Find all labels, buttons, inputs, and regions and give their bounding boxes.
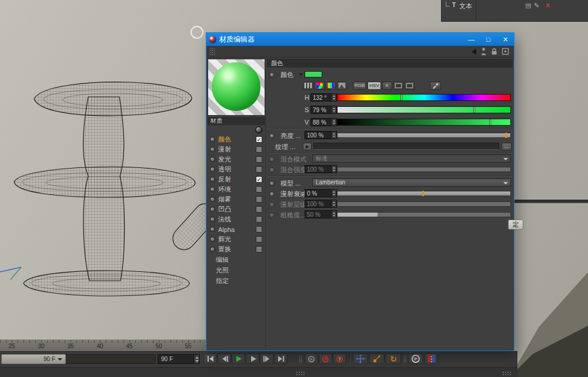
move-tool-button[interactable] <box>353 354 368 364</box>
roughness-field[interactable]: 50 % <box>305 210 337 218</box>
channel-checkbox[interactable] <box>256 156 262 163</box>
channel-checkbox[interactable] <box>256 226 262 233</box>
color-wheel-button[interactable] <box>315 82 325 90</box>
panel-grip[interactable] <box>502 371 511 376</box>
mode-assign[interactable]: 指定 <box>208 275 265 286</box>
channel-checkbox[interactable] <box>256 136 262 143</box>
next-key-button[interactable] <box>260 354 273 364</box>
hsv-mode-button[interactable]: HSV <box>368 82 380 90</box>
texture-path-field[interactable] <box>313 143 499 150</box>
mix-strength-field[interactable]: 100 % <box>305 165 337 173</box>
mode-illumination[interactable]: 光照 <box>208 265 265 275</box>
channel-checkbox[interactable] <box>256 186 262 193</box>
frame-number-field[interactable]: 90 F <box>158 354 200 364</box>
spinner[interactable] <box>331 106 336 113</box>
channel-checkbox[interactable] <box>256 236 262 243</box>
goto-start-button[interactable] <box>203 354 217 364</box>
rgb-mode-button[interactable]: RGB <box>353 82 366 90</box>
brightness-field[interactable]: 100 % <box>305 131 337 139</box>
channel-row-fog[interactable]: 烟雾 <box>208 194 265 204</box>
parent-tool-button[interactable]: P <box>408 354 423 364</box>
spectrum-button[interactable] <box>326 82 336 90</box>
spinner[interactable] <box>331 166 336 173</box>
saturation-field[interactable]: 79 % <box>310 106 337 114</box>
minimize-button[interactable]: — <box>463 33 480 46</box>
slider-handle[interactable] <box>505 133 507 138</box>
spinner[interactable] <box>331 119 336 126</box>
value-bar[interactable] <box>337 119 511 126</box>
channel-checkbox[interactable] <box>256 176 262 183</box>
maximize-button[interactable]: □ <box>480 33 497 46</box>
channel-checkbox[interactable] <box>256 246 262 253</box>
value-marker[interactable] <box>490 119 490 125</box>
diffuse-falloff-field[interactable]: 0 % <box>305 189 337 197</box>
mix-strength-slider[interactable] <box>337 167 511 172</box>
channel-row-luminance[interactable]: 发光 <box>208 154 265 164</box>
next-frame-button[interactable] <box>246 354 259 364</box>
hue-marker[interactable] <box>401 95 402 100</box>
channel-row-reflection[interactable]: 反射 <box>208 174 265 184</box>
diffuse-level-field[interactable]: 100 % <box>305 200 337 208</box>
spinner[interactable] <box>193 355 199 363</box>
channel-checkbox[interactable] <box>256 216 262 223</box>
play-button[interactable] <box>232 354 245 364</box>
hue-bar[interactable] <box>337 94 511 101</box>
channel-row-normal[interactable]: 法线 <box>208 214 265 224</box>
channel-row-environment[interactable]: 环境 <box>208 184 265 194</box>
spinner[interactable] <box>331 211 336 218</box>
scale-tool-button[interactable] <box>369 354 385 364</box>
record-keyframe-button[interactable] <box>319 354 332 364</box>
record-settings-button[interactable] <box>305 354 318 364</box>
hue-field[interactable]: 132 ° <box>310 93 337 102</box>
slider-handle[interactable] <box>422 191 424 196</box>
channel-row-bump[interactable]: 凹凸 <box>208 204 265 214</box>
frame-icon[interactable] <box>502 48 509 55</box>
fold-arrow-icon[interactable] <box>299 73 303 76</box>
lock-icon[interactable] <box>491 48 497 55</box>
spinner[interactable] <box>331 200 336 207</box>
saturation-marker[interactable] <box>474 107 475 113</box>
assign-button[interactable]: 定 <box>508 220 523 230</box>
sliders-mode-button[interactable] <box>303 82 313 90</box>
image-picker-button[interactable] <box>337 82 347 90</box>
spinner[interactable] <box>331 94 336 101</box>
channel-row-color[interactable]: 颜色 <box>208 134 265 144</box>
k-mode-button[interactable]: K <box>382 82 392 90</box>
diffuse-level-slider[interactable] <box>337 201 511 207</box>
texture-browse-button[interactable]: ... <box>502 143 512 150</box>
layout-columns-icon[interactable] <box>428 354 437 363</box>
history-back-icon[interactable] <box>472 49 476 55</box>
channel-checkbox[interactable] <box>256 196 262 203</box>
rotate-tool-button[interactable]: ↻ <box>386 354 401 364</box>
edit-pencil-icon[interactable]: ✎ <box>534 1 539 9</box>
window-titlebar[interactable]: 材质编辑器 — □ ✕ <box>206 33 514 46</box>
color-swatch[interactable] <box>305 71 322 78</box>
channel-row-displacement[interactable]: 置换 <box>208 244 265 254</box>
value-field[interactable]: 88 % <box>310 118 337 126</box>
panel-grip[interactable] <box>296 371 305 376</box>
mode-edit[interactable]: 编辑 <box>208 254 265 265</box>
preview-type-icon[interactable] <box>255 126 262 133</box>
roughness-slider[interactable] <box>337 212 511 217</box>
brightness-slider[interactable] <box>337 133 511 138</box>
toolbar-grip[interactable] <box>299 355 302 363</box>
channel-row-transparency[interactable]: 透明 <box>208 164 265 174</box>
texture-arrow-button[interactable] <box>303 143 312 150</box>
saturation-bar[interactable] <box>337 106 511 113</box>
frame-scrollbar-thumb[interactable]: 90 F <box>1 354 66 364</box>
layer-icon[interactable]: ▤ <box>525 1 531 9</box>
screen-compact-button[interactable] <box>393 82 403 90</box>
channel-row-diffusion[interactable]: 漫射 <box>208 144 265 154</box>
close-button[interactable]: ✕ <box>497 33 514 46</box>
model-dropdown[interactable]: Lambertian <box>312 179 511 187</box>
eyedropper-button[interactable] <box>430 82 441 90</box>
mix-mode-dropdown[interactable]: 标准 <box>312 154 511 163</box>
goto-end-button[interactable] <box>274 354 288 364</box>
prev-key-button[interactable] <box>218 354 231 364</box>
delete-icon[interactable]: ✕ <box>545 1 550 9</box>
spinner[interactable] <box>331 190 336 197</box>
channel-row-alpha[interactable]: Alpha <box>208 224 265 234</box>
spinner[interactable] <box>331 132 336 139</box>
diffuse-falloff-slider[interactable] <box>337 191 511 196</box>
tree-item-text[interactable]: 文本 <box>459 2 472 11</box>
